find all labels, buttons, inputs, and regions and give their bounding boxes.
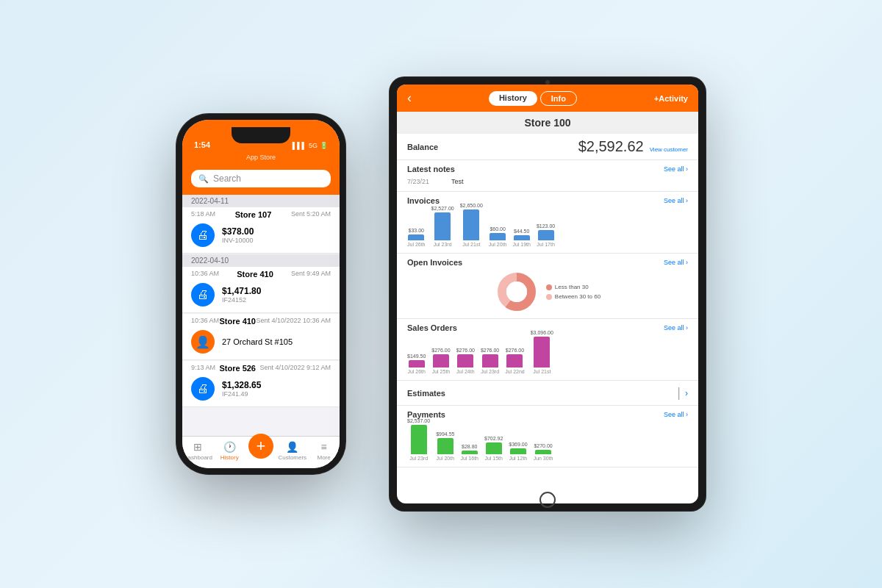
invoices-chart: $33.00Jul 26th$2,527.00Jul 23rd$2,650.00… (407, 208, 688, 248)
app-store-bar: App Store (182, 152, 340, 165)
legend-label-2: Between 30 to 60 (555, 293, 600, 300)
activity-button[interactable]: +Activity (654, 94, 688, 103)
bar-rect (506, 354, 523, 368)
bar-amount-label: $149.50 (407, 354, 426, 359)
bar-date-label: Jul 17th (537, 242, 555, 247)
bar-rect (514, 235, 530, 240)
invoices-see-all[interactable]: See all › (664, 197, 688, 204)
bar-rect (535, 450, 551, 454)
bar-rect (437, 438, 453, 454)
view-customer-link[interactable]: View customer (650, 146, 688, 153)
bar-date-label: Jul 21st (462, 242, 480, 247)
item-time: 9:13 AM (191, 364, 215, 373)
bar-date-label: Jun 30th (534, 456, 553, 461)
payments-section: Payments See all › $2,537.00Jul 23rd$994… (397, 406, 698, 467)
bar-item: $994.55Jul 20th (436, 431, 454, 461)
phone-screen: 1:54 ▌▌▌ 5G 🔋 App Store 🔍 Search (182, 120, 340, 468)
open-invoices-label: Open Invoices (407, 258, 462, 267)
history-icon: 🕐 (223, 441, 236, 453)
list-item[interactable]: 9:13 AM Store 526 Sent 4/10/2022 9:12 AM… (182, 361, 340, 407)
tab-dashboard-label: Dashboard (184, 454, 212, 461)
tab-info[interactable]: Info (540, 91, 577, 106)
bar-item: $369.00Jul 12th (509, 442, 527, 461)
search-wrapper[interactable]: 🔍 Search (191, 170, 331, 187)
store-title: Store 100 (397, 112, 698, 134)
tab-dashboard[interactable]: ⊞ Dashboard (182, 441, 214, 461)
tab-customers-label: Customers (278, 454, 306, 461)
bar-amount-label: $44.50 (514, 229, 529, 234)
item-header: 9:13 AM Store 526 Sent 4/10/2022 9:12 AM (182, 361, 340, 374)
open-invoices-chart: Less than 30 Between 30 to 60 (407, 270, 688, 314)
bar-amount-label: $994.55 (436, 431, 454, 437)
donut-legend: Less than 30 Between 30 to 60 (546, 284, 600, 300)
legend-item-1: Less than 30 (546, 284, 600, 290)
item-header: 10:36 AM Store 410 Sent 9:49 AM (182, 267, 340, 280)
bar-rect (534, 337, 550, 368)
item-body: 🖨 $1,471.80 IF24152 (182, 280, 340, 313)
battery-icon: 🔋 (320, 142, 328, 149)
tab-customers[interactable]: 👤 Customers (276, 441, 308, 461)
app-store-label: App Store (246, 154, 276, 161)
item-store: Store 526 (219, 364, 256, 373)
bar-rect (408, 234, 424, 240)
note-date: 7/23/21 (407, 178, 429, 185)
item-amount: $1,471.80 (222, 286, 331, 296)
list-item[interactable]: 10:36 AM Store 410 Sent 4/10/2022 10:36 … (182, 314, 340, 360)
search-icon: 🔍 (198, 174, 209, 184)
bar-date-label: Jul 20th (489, 242, 507, 247)
signal-icon: ▌▌▌ (293, 142, 306, 149)
tablet-header: ‹ History Info +Activity (397, 85, 698, 112)
more-icon: ≡ (321, 441, 327, 453)
tab-history[interactable]: History (489, 91, 537, 106)
bar-rect (434, 212, 451, 240)
payments-see-all[interactable]: See all › (664, 411, 688, 418)
section-header: Latest notes See all › (407, 165, 688, 173)
donut-svg (495, 270, 539, 314)
item-details: $378.00 INV-10000 (222, 226, 331, 244)
bar-amount-label: $276.00 (431, 348, 450, 353)
phone-search-bar: 🔍 Search (182, 165, 340, 195)
date-header-1: 2022-04-11 (182, 195, 340, 207)
open-invoices-section: Open Invoices See all › Less than 30 (397, 254, 698, 319)
bar-amount-label: $2,537.00 (407, 418, 430, 423)
list-item[interactable]: 10:36 AM Store 410 Sent 9:49 AM 🖨 $1,471… (182, 267, 340, 313)
bar-date-label: Jul 24th (456, 369, 475, 374)
bar-amount-label: $28.80 (462, 444, 477, 449)
invoice-icon: 🖨 (191, 283, 215, 306)
bar-item: $2,650.00Jul 21st (460, 203, 483, 247)
section-header: Invoices See all › (407, 196, 688, 205)
item-store: Store 410 (219, 317, 256, 326)
note-text: Test (451, 178, 464, 185)
bar-item: $276.00Jul 25th (431, 348, 450, 374)
legend-item-2: Between 30 to 60 (546, 293, 600, 300)
network-label: 5G (309, 142, 318, 149)
tab-add[interactable]: + (245, 444, 277, 459)
notes-see-all[interactable]: See all › (664, 165, 688, 173)
bar-item: $276.00Jul 24th (456, 348, 475, 374)
bar-amount-label: $270.00 (534, 443, 552, 448)
tablet-device: ‹ History Info +Activity Store 100 Balan… (390, 77, 706, 511)
dashboard-icon: ⊞ (193, 441, 202, 453)
tablet-home-button[interactable] (539, 492, 556, 508)
bar-item: $2,527.00Jul 23rd (431, 206, 454, 247)
balance-amount: $2,592.62 (578, 138, 644, 155)
list-item[interactable]: 5:18 AM Store 107 Sent 5:20 AM 🖨 $378.00… (182, 207, 340, 254)
item-amount: $1,328.65 (222, 380, 331, 390)
item-body: 🖨 $378.00 INV-10000 (182, 220, 340, 254)
bar-item: $276.00Jul 22nd (505, 348, 524, 374)
open-invoices-see-all[interactable]: See all › (664, 259, 688, 266)
invoices-section: Invoices See all › $33.00Jul 26th$2,527.… (397, 192, 698, 254)
add-button[interactable]: + (248, 434, 273, 459)
tab-more-label: More (317, 454, 330, 461)
back-button[interactable]: ‹ (407, 90, 412, 106)
bar-rect (463, 209, 479, 240)
bar-rect (462, 451, 478, 454)
invoice-icon: 🖨 (191, 223, 215, 247)
bar-date-label: Jul 22nd (505, 369, 524, 374)
estimates-section: Estimates | › (397, 381, 698, 406)
tab-more[interactable]: ≡ More (308, 441, 340, 461)
tab-history[interactable]: 🕐 History (214, 441, 245, 461)
sales-orders-see-all[interactable]: See all › (664, 324, 688, 331)
customers-icon: 👤 (286, 441, 298, 453)
bar-date-label: Jul 23rd (409, 456, 428, 461)
